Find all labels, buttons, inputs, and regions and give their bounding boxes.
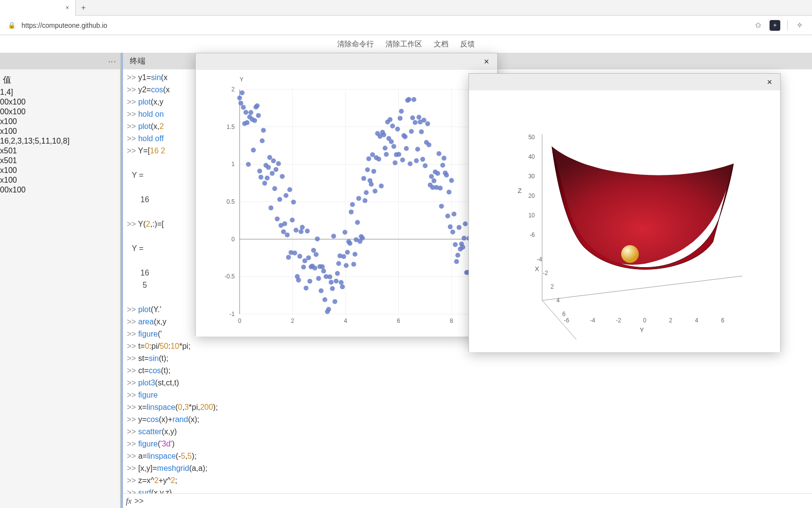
svg-point-126 [360,235,365,240]
menu-clear-cmd[interactable]: 清除命令行 [337,40,374,49]
svg-text:-1: -1 [229,311,235,318]
close-icon[interactable]: × [481,56,492,67]
svg-point-175 [422,118,426,123]
svg-point-50 [265,175,270,180]
close-tab-icon[interactable]: × [63,4,71,12]
svg-point-201 [454,259,459,264]
svg-text:6: 6 [562,311,566,318]
browser-tab[interactable]: × [0,0,76,16]
svg-point-45 [259,175,264,180]
svg-point-154 [395,127,400,131]
workspace-var-list: 1,4]00x10000x100x100x10016,2,3,13;5,11,1… [0,87,120,195]
prompt-text: >> [135,497,144,506]
figure-window-scatter[interactable]: × Y -1-0.500.511.52024681 [195,53,498,336]
favorite-icon[interactable]: ✩ [753,21,763,30]
svg-point-163 [406,97,411,102]
svg-text:-0.5: -0.5 [224,273,235,280]
figure-window-surface[interactable]: × 5040302010-6ZXY-6-4-20246-4-2246 [468,73,781,352]
svg-point-136 [373,189,378,193]
svg-point-107 [336,261,341,266]
workspace-var-item[interactable]: x100 [0,117,120,127]
svg-point-30 [240,90,244,95]
svg-point-58 [275,216,280,221]
workspace-var-item[interactable]: 00x100 [0,97,120,107]
lock-icon: 🔒 [8,21,16,29]
svg-point-155 [396,152,401,157]
svg-point-28 [237,95,242,100]
workspace-panel-header: ⋮ [0,53,120,69]
svg-point-166 [410,115,415,120]
svg-point-133 [369,182,374,187]
address-bar: 🔒 https://computeone.github.io ✩ ✦ ✧ [0,16,812,35]
workspace-var-item[interactable]: 16,2,3,13;5,11,10,8] [0,136,120,146]
svg-point-135 [371,169,376,174]
menu-clear-ws[interactable]: 清除工作区 [386,40,422,49]
surface-plot: 5040302010-6ZXY-6-4-20246-4-2246 [469,90,781,352]
svg-point-35 [246,162,251,167]
workspace-var-item[interactable]: x100 [0,127,120,136]
svg-point-100 [327,275,332,279]
svg-point-119 [351,262,356,267]
svg-text:4: 4 [344,318,347,324]
workspace-var-item[interactable]: 1,4] [0,87,120,97]
svg-point-76 [297,254,302,259]
svg-point-169 [414,158,419,163]
svg-point-111 [341,254,346,259]
svg-text:-2: -2 [543,270,548,276]
svg-point-110 [340,284,345,289]
svg-point-197 [449,178,454,183]
workspace-var-item[interactable]: x100 [0,175,120,185]
collections-icon[interactable]: ✧ [794,21,804,30]
svg-point-202 [455,253,460,258]
workspace-var-item[interactable]: x501 [0,156,120,166]
svg-point-63 [281,229,286,234]
svg-point-40 [252,118,257,123]
fx-icon: fx [126,497,132,506]
workspace-var-item[interactable]: 00x100 [0,185,120,195]
svg-point-158 [400,157,405,162]
url-text[interactable]: https://computeone.github.io [21,21,747,29]
svg-text:0: 0 [643,317,647,324]
close-icon[interactable]: × [764,76,775,88]
svg-point-152 [393,160,398,165]
svg-point-91 [316,276,321,281]
terminal-prompt-row[interactable]: fx >> [123,493,812,508]
figure-titlebar[interactable]: × [469,74,780,90]
svg-point-113 [344,263,348,268]
svg-point-37 [248,110,253,115]
svg-point-188 [438,186,443,190]
svg-point-128 [363,198,367,203]
menu-feedback[interactable]: 反馈 [460,40,475,49]
svg-point-143 [382,132,386,137]
svg-point-139 [376,157,381,162]
svg-point-144 [383,146,387,150]
svg-point-42 [255,104,260,108]
svg-point-51 [266,165,271,170]
svg-point-191 [442,156,447,161]
svg-line-237 [542,300,576,339]
svg-point-123 [356,196,361,201]
figure-titlebar[interactable]: × [196,53,497,70]
svg-point-187 [437,151,442,156]
svg-point-48 [262,181,267,186]
workspace-var-item[interactable]: 00x100 [0,107,120,117]
more-icon[interactable]: ⋮ [108,58,117,64]
extension-icon[interactable]: ✦ [770,20,780,31]
svg-point-64 [283,221,287,226]
svg-point-120 [352,252,357,256]
svg-text:2: 2 [291,318,294,324]
svg-point-160 [403,134,407,139]
svg-point-156 [398,116,403,121]
svg-point-68 [287,187,292,192]
svg-point-99 [326,307,331,312]
workspace-var-item[interactable]: x100 [0,166,120,175]
menu-docs[interactable]: 文档 [434,40,448,49]
svg-text:Z: Z [518,187,522,194]
svg-text:2: 2 [231,86,235,93]
svg-point-56 [272,186,277,191]
svg-point-57 [274,167,279,172]
workspace-var-item[interactable]: x501 [0,146,120,156]
new-tab-button[interactable]: + [76,0,91,16]
svg-point-105 [334,278,339,283]
svg-point-179 [426,142,431,147]
